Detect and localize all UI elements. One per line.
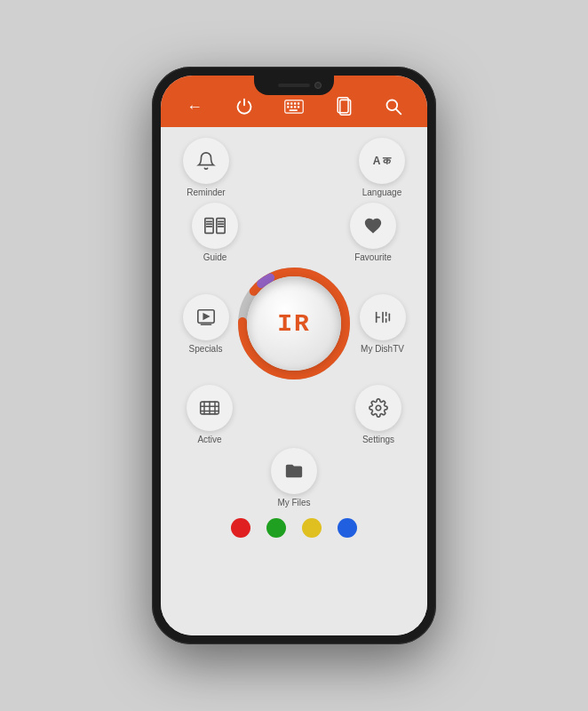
svg-rect-4: [298, 102, 299, 104]
reminder-label: Reminder: [187, 188, 225, 197]
favourite-icon-circle: [350, 203, 396, 249]
speaker: [278, 84, 310, 87]
myfiles-label: My Files: [277, 498, 310, 507]
row-guide-favourite: Guide Favourite: [175, 203, 413, 262]
mydishtv-button[interactable]: My DishTV: [352, 294, 413, 354]
color-dots-row: [175, 518, 413, 538]
svg-marker-23: [203, 314, 209, 319]
svg-rect-2: [290, 102, 292, 104]
row-reminder-language: Reminder A क Language: [175, 138, 413, 197]
language-label: Language: [362, 188, 402, 197]
myfiles-button[interactable]: My Files: [263, 448, 325, 507]
svg-rect-9: [290, 109, 298, 111]
cards-icon[interactable]: [328, 91, 360, 123]
phone-screen: ←: [161, 76, 427, 635]
guide-icon-circle: [192, 203, 238, 249]
language-icon: A क: [373, 155, 392, 167]
search-icon[interactable]: [377, 91, 409, 123]
favourite-button[interactable]: Favourite: [342, 203, 404, 262]
active-icon-circle: [187, 385, 233, 431]
settings-icon-circle: [355, 385, 401, 431]
reminder-icon-circle: [183, 138, 229, 184]
svg-rect-7: [294, 106, 296, 108]
dial-text: IR: [277, 310, 311, 338]
favourite-label: Favourite: [354, 252, 392, 262]
svg-rect-14: [205, 219, 213, 234]
keyboard-icon[interactable]: [278, 91, 310, 123]
svg-rect-5: [287, 106, 289, 108]
reminder-button[interactable]: Reminder: [175, 138, 237, 197]
app-content: Reminder A क Language: [161, 127, 427, 635]
mydishtv-icon-circle: [360, 294, 406, 340]
specials-button[interactable]: Specials: [175, 294, 236, 354]
notch: [254, 76, 334, 95]
power-icon[interactable]: [228, 91, 260, 123]
svg-rect-8: [298, 106, 299, 108]
myfiles-icon-circle: [271, 448, 317, 494]
language-icon-circle: A क: [359, 138, 405, 184]
red-dot[interactable]: [231, 518, 250, 538]
settings-label: Settings: [362, 435, 394, 444]
svg-rect-1: [287, 102, 289, 104]
camera: [314, 82, 322, 89]
language-button[interactable]: A क Language: [351, 138, 413, 197]
svg-rect-15: [217, 219, 225, 234]
phone-frame: ←: [152, 67, 436, 644]
svg-point-40: [376, 405, 381, 411]
yellow-dot[interactable]: [302, 518, 322, 538]
specials-label: Specials: [189, 344, 223, 354]
guide-label: Guide: [203, 252, 227, 262]
green-dot[interactable]: [266, 518, 286, 538]
active-button[interactable]: Active: [179, 385, 241, 444]
svg-rect-3: [294, 102, 296, 104]
svg-line-13: [396, 109, 401, 114]
dial-row: Specials IR: [175, 266, 413, 381]
mydishtv-label: My DishTV: [361, 344, 404, 354]
guide-button[interactable]: Guide: [184, 203, 246, 262]
active-label: Active: [197, 435, 221, 444]
back-button[interactable]: ←: [179, 91, 211, 123]
specials-icon-circle: [183, 294, 229, 340]
settings-button[interactable]: Settings: [347, 385, 409, 444]
row-active-settings: Active Settings: [175, 385, 413, 444]
dial-container[interactable]: IR: [236, 266, 352, 381]
blue-dot[interactable]: [338, 518, 357, 538]
svg-rect-6: [290, 106, 292, 108]
row-myfiles: My Files: [175, 448, 413, 507]
dial-center: IR: [247, 276, 341, 371]
